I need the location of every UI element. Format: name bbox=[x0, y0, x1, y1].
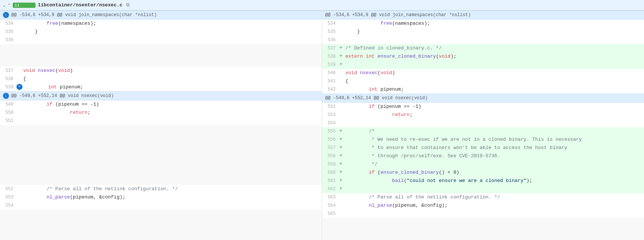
diff-container: ↕ @@ -534,6 +534,9 @@ void join_namespac… bbox=[0, 10, 644, 240]
line-content: } bbox=[22, 28, 322, 36]
table-row: 535 } bbox=[322, 28, 644, 36]
line-marker bbox=[16, 133, 22, 140]
line-content: /* bbox=[344, 127, 644, 136]
copy-icon[interactable]: ⧉ bbox=[126, 2, 129, 8]
line-content: if (pipenum == -1) bbox=[22, 100, 322, 109]
table-row bbox=[0, 148, 322, 155]
table-row bbox=[0, 170, 322, 177]
line-marker bbox=[338, 36, 344, 44]
line-marker bbox=[338, 103, 344, 111]
line-num: 565 bbox=[322, 210, 338, 218]
line-num: 562 bbox=[322, 185, 338, 193]
table-row: 534 free(namespaces); bbox=[322, 19, 644, 28]
right-hunk-label-1: @@ -534,6 +534,9 @@ void join_namespaces… bbox=[325, 12, 471, 18]
add-button[interactable]: + bbox=[16, 84, 22, 90]
line-num: 541 bbox=[322, 77, 338, 85]
line-marker: + bbox=[338, 144, 344, 152]
table-row bbox=[0, 140, 322, 148]
line-marker bbox=[16, 100, 22, 109]
line-num: 540 bbox=[322, 69, 338, 77]
line-marker bbox=[338, 193, 344, 201]
table-row: 550 return; bbox=[0, 109, 322, 117]
line-marker: + bbox=[338, 52, 344, 61]
table-row: 560 + if (ensure_cloned_binary() < 0) bbox=[322, 168, 644, 177]
line-content bbox=[22, 59, 322, 67]
line-content bbox=[22, 117, 322, 125]
line-content: /* Parse all of the netlink configuratio… bbox=[22, 185, 322, 193]
line-num: 553 bbox=[0, 193, 16, 201]
table-row bbox=[0, 59, 322, 67]
line-marker bbox=[16, 75, 22, 83]
table-row: 565 bbox=[322, 210, 644, 218]
table-row: 552 if (pipenum == -1) bbox=[322, 103, 644, 111]
table-row: 538 + extern int ensure_cloned_binary(vo… bbox=[322, 52, 644, 61]
line-num bbox=[0, 125, 16, 133]
line-content bbox=[22, 170, 322, 177]
line-marker bbox=[16, 140, 22, 148]
collapse-icon[interactable]: ⌄ ⌃ bbox=[3, 3, 10, 7]
line-num: 561 bbox=[322, 177, 338, 185]
line-content bbox=[22, 36, 322, 44]
line-marker: + bbox=[338, 136, 344, 144]
line-content bbox=[22, 44, 322, 52]
table-row bbox=[0, 125, 322, 133]
line-marker bbox=[16, 109, 22, 117]
line-num: 536 bbox=[322, 36, 338, 44]
line-content: * through /proc/self/exe. See CVE-2019-5… bbox=[344, 152, 644, 160]
left-hunk-label-1: @@ -534,6 +534,9 @@ void join_namespaces… bbox=[11, 12, 157, 18]
line-num bbox=[0, 133, 16, 140]
line-marker: + bbox=[338, 160, 344, 168]
line-marker bbox=[338, 210, 344, 218]
expand-icon-left-1[interactable]: ↕ bbox=[3, 12, 9, 18]
line-content: bail("could not ensure we are a cloned b… bbox=[344, 177, 644, 185]
table-row: 538 { bbox=[0, 75, 322, 83]
line-num: 542 bbox=[322, 85, 338, 94]
line-content: free(namespaces); bbox=[344, 19, 644, 28]
table-row: 563 /* Parse all of the netlink configur… bbox=[322, 193, 644, 201]
line-content: int pipenum; bbox=[344, 85, 644, 94]
table-row bbox=[0, 155, 322, 162]
line-marker bbox=[338, 19, 344, 28]
expand-icon-left-2[interactable]: ↕ bbox=[3, 93, 9, 99]
line-num bbox=[0, 170, 16, 177]
line-marker bbox=[16, 170, 22, 177]
table-row: 553 nl_parse(pipenum, &config); bbox=[0, 193, 322, 201]
line-content: extern int ensure_cloned_binary(void); bbox=[344, 52, 644, 61]
line-num: 559 bbox=[322, 160, 338, 168]
table-row: 540 void nsexec(void) bbox=[322, 69, 644, 77]
line-marker: + bbox=[338, 127, 344, 136]
line-marker bbox=[338, 28, 344, 36]
line-num: 554 bbox=[322, 119, 338, 127]
table-row: 535 } bbox=[0, 28, 322, 36]
line-marker: + bbox=[338, 61, 344, 69]
line-marker bbox=[16, 19, 22, 28]
left-hunk-header-1: ↕ @@ -534,6 +534,9 @@ void join_namespac… bbox=[0, 10, 322, 19]
line-content: void nsexec(void) bbox=[22, 67, 322, 75]
line-marker bbox=[338, 201, 344, 210]
table-row: 562 + bbox=[322, 185, 644, 193]
line-num: 539 bbox=[322, 61, 338, 69]
line-marker bbox=[16, 201, 22, 210]
file-header: ⌄ ⌃ 11 ██████ libcontainer/nsenter/nsexe… bbox=[0, 0, 644, 10]
table-row: 551 bbox=[0, 117, 322, 125]
line-num: 563 bbox=[322, 193, 338, 201]
line-num: 539 bbox=[0, 83, 16, 91]
line-content: { bbox=[22, 75, 322, 83]
line-marker bbox=[16, 52, 22, 59]
line-num: 560 bbox=[322, 168, 338, 177]
line-num: 557 bbox=[322, 144, 338, 152]
line-marker bbox=[16, 162, 22, 170]
line-content bbox=[344, 210, 644, 218]
line-content: { bbox=[344, 77, 644, 85]
line-content: if (ensure_cloned_binary() < 0) bbox=[344, 168, 644, 177]
line-marker: + bbox=[338, 44, 344, 52]
line-content bbox=[344, 61, 644, 69]
line-content: int pipenum; bbox=[23, 83, 322, 91]
table-row: 555 + /* bbox=[322, 127, 644, 136]
line-marker bbox=[338, 85, 344, 94]
table-row: 552 /* Parse all of the netlink configur… bbox=[0, 185, 322, 193]
table-row: 536 bbox=[322, 36, 644, 44]
line-marker bbox=[16, 44, 22, 52]
table-row: 554 bbox=[322, 119, 644, 127]
table-row: 534 free(namespaces); bbox=[0, 19, 322, 28]
